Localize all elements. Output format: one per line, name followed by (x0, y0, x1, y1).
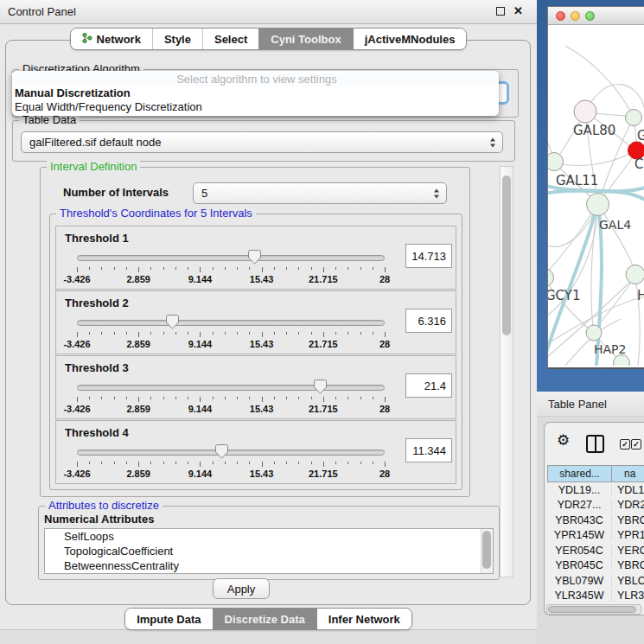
table-row[interactable]: YBR045CYBRO (547, 558, 644, 574)
attributes-scrollbar-thumb[interactable] (482, 531, 491, 569)
threshold-3-value-field[interactable]: 21.4 (405, 373, 452, 398)
checkbox-icon-2[interactable]: ✓ (631, 439, 641, 450)
node-gal80[interactable] (574, 100, 596, 123)
cell-shared-name[interactable]: YPR145W (547, 529, 612, 541)
slider-track[interactable] (77, 450, 385, 456)
table-row[interactable]: YER054CYERO (547, 543, 644, 558)
cell-name[interactable]: YPR1 (612, 529, 644, 541)
table-row[interactable]: YDR27...YDR2 (547, 498, 644, 513)
label-gal80: GAL80 (573, 123, 615, 138)
threshold-label: Threshold 4 (65, 426, 129, 439)
attribute-item-selfloops[interactable]: SelfLoops (45, 529, 493, 544)
slider-tick-labels: -3.4262.8599.14415.4321.71528 (77, 339, 385, 349)
tab-label: Select (214, 33, 247, 46)
cell-name[interactable]: YLR3 (612, 590, 644, 602)
node-hap2[interactable] (586, 325, 602, 341)
cell-shared-name[interactable]: YBL079W (547, 575, 612, 587)
label-gal11: GAL11 (556, 173, 598, 188)
cell-shared-name[interactable]: YBR045C (547, 559, 612, 571)
slider-thumb[interactable] (248, 250, 261, 265)
tick-label: 9.144 (188, 404, 213, 414)
tab-style[interactable]: Style (152, 29, 202, 49)
tab-impute-data[interactable]: Impute Data (125, 609, 212, 629)
tab-network[interactable]: Network (71, 29, 152, 49)
attributes-scrollbar[interactable] (481, 529, 493, 573)
slider-track[interactable] (77, 385, 385, 391)
threshold-4-slider[interactable] (77, 445, 385, 462)
cell-name[interactable]: YDL1 (612, 484, 644, 496)
tab-label: Infer Network (328, 613, 400, 626)
column-header-shared[interactable]: shared... (547, 465, 612, 482)
table-row[interactable]: YBR043CYBRO (547, 513, 644, 528)
table-row[interactable]: YBL079WYBLO (547, 573, 644, 589)
close-icon[interactable]: ✕ (513, 6, 523, 16)
tab-jactivemnodules[interactable]: jActiveMNodules (353, 29, 467, 49)
panel-scrollbar-thumb[interactable] (502, 175, 511, 335)
numerical-attributes-list[interactable]: SelfLoopsTopologicalCoefficientBetweenne… (44, 528, 494, 574)
cell-name[interactable]: YBRO (612, 559, 644, 571)
tab-label: Style (164, 33, 191, 46)
float-window-icon[interactable] (496, 7, 505, 16)
tick-label: 15.43 (250, 469, 274, 479)
cell-name[interactable]: YERO (612, 545, 644, 557)
tab-infer-network[interactable]: Infer Network (316, 609, 411, 629)
threshold-3-slider[interactable] (77, 380, 385, 398)
slider-thumb[interactable] (215, 444, 228, 459)
threshold-4-value-field[interactable]: 11.344 (405, 438, 452, 462)
numerical-attributes-label: Numerical Attributes (44, 513, 154, 526)
cell-name[interactable]: YBLO (612, 575, 644, 587)
tab-discretize-data[interactable]: Discretize Data (213, 609, 316, 629)
apply-button[interactable]: Apply (213, 578, 270, 599)
tab-label: Impute Data (137, 613, 201, 626)
panel-vertical-scrollbar[interactable] (500, 166, 513, 577)
table-row[interactable]: YPR145WYPR1 (547, 528, 644, 544)
table-row[interactable]: YDL19...YDL1 (547, 482, 644, 498)
cell-shared-name[interactable]: YER054C (547, 545, 612, 557)
network-view-window[interactable]: GAL80 GA C GAL11 GAL4 GCY1 H HAP2 (547, 6, 644, 369)
slider-thumb[interactable] (166, 315, 179, 329)
table-horizontal-scrollbar[interactable] (546, 604, 641, 615)
tab-cyni-toolbox[interactable]: Cyni Toolbox (258, 29, 352, 49)
dropdown-option-equal-width[interactable]: Equal Width/Frequency Discretization (12, 100, 499, 114)
cell-name[interactable]: YDR2 (612, 499, 644, 511)
cell-shared-name[interactable]: YLR345W (547, 590, 612, 602)
gear-icon[interactable]: ⚙ (557, 433, 570, 448)
slider-thumb[interactable] (314, 379, 327, 394)
column-layout-icon[interactable] (586, 435, 604, 453)
top-tab-bar: NetworkStyleSelectCyni ToolboxjActiveMNo… (70, 28, 468, 50)
number-of-intervals-value: 5 (201, 187, 207, 200)
cell-shared-name[interactable]: YDL19... (547, 484, 612, 496)
slider-track[interactable] (77, 255, 385, 261)
node-gal11[interactable] (548, 153, 564, 171)
node-gcy1[interactable] (548, 269, 554, 287)
network-icon (82, 32, 92, 47)
tab-select[interactable]: Select (202, 29, 258, 49)
node-h[interactable] (626, 265, 644, 284)
close-traffic-light-icon[interactable] (556, 11, 565, 21)
zoom-traffic-light-icon[interactable] (585, 11, 595, 21)
attribute-item-topologicalcoefficient[interactable]: TopologicalCoefficient (45, 544, 493, 558)
threshold-2-slider[interactable] (77, 316, 385, 333)
minimize-traffic-light-icon[interactable] (571, 11, 580, 21)
slider-track[interactable] (77, 320, 385, 326)
table-row[interactable]: YLR345WYLR3 (547, 589, 644, 604)
network-canvas[interactable]: GAL80 GA C GAL11 GAL4 GCY1 H HAP2 (548, 25, 644, 366)
cell-shared-name[interactable]: YBR043C (547, 514, 612, 526)
table-data-combobox[interactable]: galFiltered.sif default node (21, 131, 503, 153)
tick-label: 28 (379, 404, 390, 414)
attributes-group-label: Attributes to discretize (45, 499, 163, 512)
cell-shared-name[interactable]: YDR27... (547, 499, 612, 511)
threshold-2-value-field[interactable]: 6.316 (405, 309, 452, 333)
column-header-name[interactable]: na (612, 465, 644, 482)
dropdown-option-manual[interactable]: Manual Discretization (12, 86, 499, 100)
attribute-items: SelfLoopsTopologicalCoefficientBetweenne… (45, 529, 493, 573)
node-top-right[interactable] (626, 110, 642, 126)
attribute-item-betweennesscentrality[interactable]: BetweennessCentrality (45, 558, 493, 573)
table-scrollbar-thumb[interactable] (548, 606, 636, 613)
threshold-1-value-field[interactable]: 14.713 (405, 244, 452, 268)
threshold-1-slider[interactable] (77, 251, 385, 268)
checkbox-icon-1[interactable]: ✓ (620, 439, 630, 450)
node-gal4[interactable] (587, 194, 609, 216)
number-of-intervals-combobox[interactable]: 5 (193, 182, 447, 204)
cell-name[interactable]: YBRO (612, 514, 644, 526)
